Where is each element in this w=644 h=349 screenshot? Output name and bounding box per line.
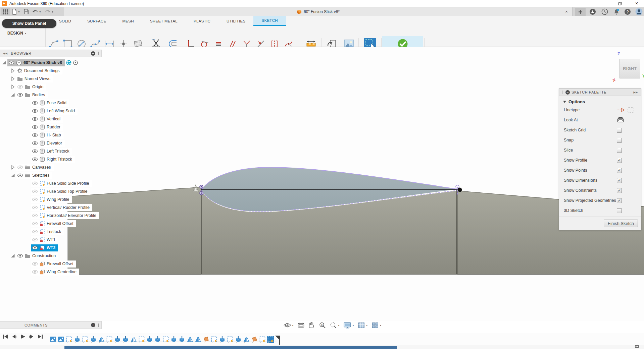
tree-node-origin[interactable]: Origin [16,83,46,91]
tree-node-wt2[interactable]: WT2 [31,244,58,251]
tree-node-vertical-rudder-profile[interactable]: Vertical/ Rudder Profile [31,204,92,211]
job-status-clock-icon[interactable] [601,8,608,15]
tree-row-vertical[interactable]: Vertical [0,115,102,123]
maximize-button[interactable] [612,0,627,7]
centerline-linetype-icon[interactable] [627,107,635,113]
redo-icon[interactable]: ▼ [43,8,55,15]
tree-node-fuse-solid-top-profile[interactable]: Fuse Solid Top Profile [31,188,90,195]
view-cube-face[interactable]: RIGHT [620,59,640,78]
tree-node-horizontal-elevator-profile[interactable]: Horizontal/ Elevator Profile [31,212,99,219]
timeline-step-back-icon[interactable] [11,334,17,340]
tree-node-named-views[interactable]: Named Views [16,75,53,82]
tree-row-fuse-solid[interactable]: Fuse Solid [0,99,102,107]
visibility-eye-off-icon[interactable] [32,237,38,242]
timeline-step-forward-icon[interactable] [29,334,35,340]
visibility-eye-off-icon[interactable] [32,270,38,274]
palette-options-section[interactable]: Options [563,99,641,104]
ribbon-tab-utilities[interactable]: UTILITIES [218,16,253,26]
visibility-eye-icon[interactable] [32,133,38,137]
tree-row-wing-profile[interactable]: Wing Profile [0,195,102,203]
activate-component-icon[interactable] [73,60,78,65]
tree-node-wing-profile[interactable]: Wing Profile [31,196,72,203]
tree-node-elevator[interactable]: Elevator [31,140,65,147]
display-icon[interactable]: ▼ [343,321,355,329]
timeline-play-icon[interactable] [20,334,26,340]
tree-node-wt1[interactable]: WT1 [31,236,58,243]
tree-node-60-fusion-stick-v8[interactable]: 60" Fusion Stick v8 [7,59,65,66]
tree-node-left-tristock[interactable]: Left Tristock [31,148,72,155]
tree-node-bodies[interactable]: Bodies [16,92,48,99]
user-avatar[interactable] [635,8,642,15]
tree-row-h-stab[interactable]: H- Stab [0,131,102,139]
browser-drag-handle[interactable] [98,52,100,55]
expanded-triangle-icon[interactable] [10,253,15,258]
ribbon-tab-surface[interactable]: SURFACE [79,16,114,26]
visibility-eye-off-icon[interactable] [32,221,38,226]
new-document-tab-button[interactable] [575,8,586,16]
collapsed-triangle-icon[interactable] [10,165,15,170]
document-tab-close-icon[interactable]: × [563,9,569,15]
checkbox-sketch-grid[interactable] [617,128,622,133]
tree-node-rudder[interactable]: Rudder [31,124,63,131]
visibility-eye-off-icon[interactable] [32,189,38,194]
visibility-eye-off-icon[interactable] [32,197,38,202]
tree-node-right-tristock[interactable]: Right Tristock [31,156,75,163]
tree-row-wing-centerline[interactable]: Wing Centerline [0,268,102,276]
tree-row-wt2[interactable]: WT2 [0,244,102,252]
tree-node-firewall-offset[interactable]: Firewall Offset [31,220,76,227]
visibility-eye-icon[interactable] [32,141,38,146]
visibility-eye-off-icon[interactable] [32,205,38,210]
undo-icon[interactable]: ▼ [31,8,43,15]
tree-row-60-fusion-stick-v8[interactable]: 60" Fusion Stick v8 [0,59,102,67]
expanded-triangle-icon[interactable] [10,92,15,98]
fit-icon[interactable]: ▼ [329,321,341,329]
timeline-skip-end-icon[interactable] [38,334,44,340]
visibility-eye-off-icon[interactable] [17,84,23,89]
tree-row-document-settings[interactable]: Document Settings [0,67,102,75]
collapsed-triangle-icon[interactable] [10,76,15,81]
zoom-icon[interactable]: ± [318,321,327,329]
comments-drag-handle[interactable] [98,324,100,327]
app-grid-menu-icon[interactable] [1,8,10,15]
checkbox-show-projected-geometries[interactable]: ✓ [617,198,622,203]
tree-node-tristock[interactable]: Tristock [31,228,64,235]
gridset-icon[interactable]: ▼ [357,321,369,329]
visibility-eye-icon[interactable] [32,117,38,121]
checkbox-snap[interactable] [617,138,622,143]
tree-row-tristock[interactable]: Tristock [0,228,102,236]
minimize-button[interactable]: – [596,0,610,7]
ribbon-tab-sketch[interactable]: SKETCH [253,16,286,26]
browser-header[interactable]: ◀◀ BROWSER − [0,50,102,57]
comments-bar[interactable]: COMMENTS + [0,321,102,329]
ribbon-tab-plastic[interactable]: PLASTIC [186,16,218,26]
expanded-triangle-icon[interactable] [1,60,7,65]
collapsed-triangle-icon[interactable] [10,68,15,73]
notifications-bell-icon[interactable] [613,8,620,15]
sketch-palette-header[interactable]: − SKETCH PALETTE ▶▶ [559,89,641,96]
look-at-icon[interactable] [617,117,624,123]
tree-node-firewall-offset[interactable]: Firewall Offset [31,260,76,268]
sync-status-icon[interactable] [66,60,71,65]
checkbox-show-profile[interactable]: ✓ [617,158,622,163]
tree-row-firewall-offset[interactable]: Firewall Offset [0,260,102,268]
tree-node-document-settings[interactable]: Document Settings [16,67,62,74]
view-cube[interactable]: RIGHT Z Y X [615,53,644,85]
tree-node-h-stab[interactable]: H- Stab [31,132,63,139]
collapsed-triangle-icon[interactable] [10,84,15,90]
tree-row-vertical-rudder-profile[interactable]: Vertical/ Rudder Profile [0,203,102,212]
file-menu-icon[interactable]: ▼ [10,8,21,15]
browser-collapse-all-icon[interactable]: − [91,51,95,56]
tree-row-left-tristock[interactable]: Left Tristock [0,147,102,155]
tree-row-sketches[interactable]: Sketches [0,171,102,179]
tree-node-fuse-solid[interactable]: Fuse Solid [31,100,69,107]
viewports-icon[interactable]: ▼ [371,321,383,329]
visibility-eye-off-icon[interactable] [32,213,38,218]
visibility-eye-off-icon[interactable] [32,261,38,266]
tree-row-canvases[interactable]: Canvases [0,163,102,171]
pan-icon[interactable] [307,321,316,329]
visibility-eye-icon[interactable] [32,101,38,105]
tree-node-vertical[interactable]: Vertical [31,116,63,123]
tree-row-wt1[interactable]: WT1 [0,236,102,244]
expanded-triangle-icon[interactable] [10,173,15,178]
timeline-skip-start-icon[interactable] [3,334,9,340]
